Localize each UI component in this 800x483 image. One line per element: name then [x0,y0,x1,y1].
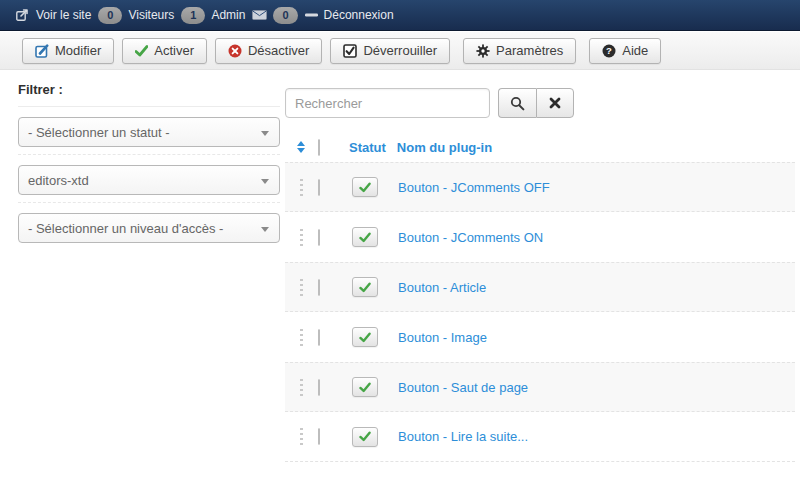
table-row: Bouton - Saut de page [285,362,795,412]
plugin-name-link[interactable]: Bouton - Lire la suite... [398,429,528,444]
status-toggle-button[interactable] [352,277,378,297]
visitors-badge: 0 [98,7,122,24]
visitors-status: 0 Visiteurs [98,7,174,24]
checkin-button-label: Déverrouiller [363,43,437,58]
row-checkbox[interactable] [318,180,332,195]
table-row: Bouton - JComments ON [285,212,795,262]
access-filter-value: - Sélectionner un niveau d'accès - [28,221,223,236]
filter-separator [18,154,280,155]
row-checkbox[interactable] [318,429,332,444]
gear-icon [476,44,490,58]
column-header-name[interactable]: Nom du plug-in [397,140,492,155]
disable-button[interactable]: Désactiver [215,38,322,64]
admins-badge: 1 [181,7,205,24]
cancel-icon [228,44,242,58]
table-row: Bouton - Lire la suite... [285,412,795,462]
drag-handle-icon[interactable] [295,428,307,445]
logout-link[interactable]: Déconnexion [305,8,394,22]
status-toggle-button[interactable] [352,377,378,397]
clear-search-button[interactable] [536,88,574,118]
type-filter-select[interactable]: editors-xtd [18,165,280,195]
options-button[interactable]: Paramètres [463,38,576,64]
check-icon [135,45,148,57]
drag-handle-icon[interactable] [295,229,307,246]
search-bar [285,88,795,118]
envelope-icon [252,10,267,20]
checkbox-checked-icon [343,44,357,58]
power-icon [305,13,318,17]
checkin-button[interactable]: Déverrouiller [330,38,450,64]
admins-label: Admin [211,8,245,22]
table-row: Bouton - Image [285,312,795,362]
type-filter-value: editors-xtd [28,173,89,188]
chevron-down-icon [261,131,269,136]
chevron-down-icon [261,179,269,184]
status-toggle-button[interactable] [352,427,378,447]
filter-sidebar: Filtrer : - Sélectionner un statut - edi… [18,82,280,243]
search-button[interactable] [498,88,536,118]
options-button-label: Paramètres [496,43,563,58]
filter-separator [18,202,280,203]
plugin-name-link[interactable]: Bouton - Image [398,330,487,345]
search-icon [510,96,525,111]
drag-handle-icon[interactable] [295,329,307,346]
search-input[interactable] [285,88,490,118]
help-button[interactable]: ? Aide [589,38,661,64]
svg-text:?: ? [606,45,612,56]
close-icon [549,97,561,109]
filter-title: Filtrer : [18,82,280,107]
plugin-name-link[interactable]: Bouton - Saut de page [398,380,528,395]
toolbar: Modifier Activer Désactiver Déverrouille… [0,32,800,70]
row-checkbox[interactable] [318,230,332,245]
ordering-sort-icon[interactable] [295,140,307,154]
help-icon: ? [602,44,616,58]
messages-status[interactable]: 0 [252,7,297,24]
enable-button-label: Activer [154,43,194,58]
edit-button-label: Modifier [55,43,101,58]
table-row: Bouton - JComments OFF [285,162,795,212]
drag-handle-icon[interactable] [295,179,307,196]
plugin-name-link[interactable]: Bouton - Article [398,280,486,295]
status-toggle-button[interactable] [352,327,378,347]
row-checkbox[interactable] [318,280,332,295]
column-header-status[interactable]: Statut [349,140,386,155]
plugin-name-link[interactable]: Bouton - JComments ON [398,230,543,245]
plugin-list-panel: Statut Nom du plug-in Bouton - JComments… [285,88,795,462]
status-toggle-button[interactable] [352,177,378,197]
exit-icon [16,9,30,21]
table-header: Statut Nom du plug-in [285,132,795,162]
help-button-label: Aide [622,43,648,58]
status-filter-value: - Sélectionner un statut - [28,125,170,140]
plugin-name-link[interactable]: Bouton - JComments OFF [398,180,550,195]
select-all-checkbox[interactable] [318,140,332,155]
view-site-link[interactable]: Voir le site [16,8,91,22]
logout-label: Déconnexion [324,8,394,22]
admins-status: 1 Admin [181,7,245,24]
disable-button-label: Désactiver [248,43,309,58]
visitors-label: Visiteurs [128,8,174,22]
messages-badge: 0 [273,7,297,24]
search-button-group [498,88,574,118]
row-checkbox[interactable] [318,380,332,395]
admin-topbar: Voir le site 0 Visiteurs 1 Admin 0 Décon… [0,0,800,31]
table-row: Bouton - Article [285,262,795,312]
view-site-label: Voir le site [36,8,91,22]
access-filter-select[interactable]: - Sélectionner un niveau d'accès - [18,213,280,243]
edit-icon [35,44,49,58]
enable-button[interactable]: Activer [122,38,207,64]
chevron-down-icon [261,227,269,232]
status-filter-select[interactable]: - Sélectionner un statut - [18,117,280,147]
drag-handle-icon[interactable] [295,379,307,396]
row-checkbox[interactable] [318,330,332,345]
status-toggle-button[interactable] [352,227,378,247]
edit-button[interactable]: Modifier [22,38,114,64]
drag-handle-icon[interactable] [295,279,307,296]
